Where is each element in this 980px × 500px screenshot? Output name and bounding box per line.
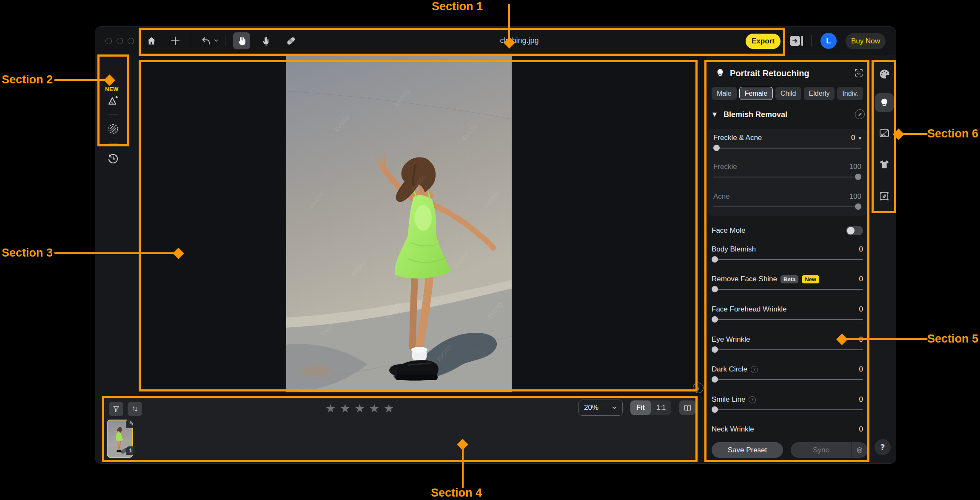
gender-tabs: Male Female Child Elderly Indiv. bbox=[712, 87, 863, 100]
slider-value: 0 bbox=[859, 365, 863, 374]
toolbar-divider bbox=[192, 35, 192, 46]
undo-icon bbox=[201, 36, 211, 46]
background-panel-button[interactable] bbox=[878, 127, 891, 140]
slider-knob[interactable] bbox=[712, 286, 718, 292]
star-icon[interactable]: ★ bbox=[384, 403, 394, 414]
buy-now-button[interactable]: Buy Now bbox=[846, 33, 886, 49]
add-photo-button[interactable] bbox=[167, 32, 184, 49]
slider-value: 0 bbox=[859, 275, 863, 283]
acne-slider[interactable] bbox=[713, 206, 861, 207]
tab-child[interactable]: Child bbox=[775, 87, 801, 100]
chevron-down-icon bbox=[214, 38, 219, 43]
rail-divider bbox=[108, 143, 118, 144]
info-icon[interactable]: i bbox=[693, 383, 704, 393]
sort-icon bbox=[131, 405, 139, 413]
tab-elderly[interactable]: Elderly bbox=[804, 87, 835, 100]
filter-button[interactable] bbox=[109, 402, 123, 416]
slider-knob[interactable] bbox=[713, 145, 720, 151]
window-control-zoom[interactable] bbox=[128, 38, 134, 44]
export-button[interactable]: Export bbox=[746, 34, 781, 49]
body-blemish-slider[interactable] bbox=[712, 259, 863, 260]
star-rating[interactable]: ★ ★ ★ ★ ★ bbox=[325, 400, 394, 417]
touch-tool-button[interactable] bbox=[258, 32, 275, 49]
window-control-minimize[interactable] bbox=[117, 38, 123, 44]
star-icon[interactable]: ★ bbox=[340, 403, 350, 414]
slider-label: Eye Wrinkle bbox=[712, 335, 750, 344]
value-dropdown-icon[interactable]: ▾ bbox=[858, 135, 861, 141]
slider-knob[interactable] bbox=[712, 256, 718, 263]
dark-circle-row: Dark Circle ? 0 bbox=[712, 364, 863, 380]
annotation-label-section-6: Section 6 bbox=[914, 127, 978, 140]
face-mole-toggle[interactable] bbox=[846, 226, 863, 235]
save-preset-button[interactable]: Save Preset bbox=[712, 442, 783, 458]
collapse-panel-button[interactable] bbox=[790, 36, 803, 46]
slider-label: Freckle & Acne bbox=[713, 134, 762, 142]
section-title[interactable]: Blemish Removal bbox=[724, 110, 787, 119]
help-glyph: ? bbox=[880, 443, 885, 452]
remove-face-shine-slider[interactable] bbox=[712, 289, 863, 290]
undo-dropdown-button[interactable] bbox=[214, 38, 219, 43]
right-panel-rail bbox=[872, 55, 896, 464]
slider-knob[interactable] bbox=[712, 346, 718, 353]
face-forehead-wrinkle-slider[interactable] bbox=[712, 319, 863, 320]
freckle-acne-slider[interactable] bbox=[713, 148, 861, 149]
face-scan-button[interactable] bbox=[854, 68, 864, 78]
heal-tool-button[interactable] bbox=[282, 32, 299, 49]
face-forehead-wrinkle-row: Face Forehead Wrinkle 0 bbox=[712, 304, 863, 320]
hand-tool-button[interactable] bbox=[233, 32, 250, 49]
clothing-panel-button[interactable] bbox=[878, 158, 891, 171]
sort-button[interactable] bbox=[128, 402, 142, 416]
edit-badge-icon: ✎ bbox=[126, 419, 137, 428]
slider-label: Remove Face Shine bbox=[712, 275, 777, 283]
tshirt-icon bbox=[878, 158, 890, 170]
star-icon[interactable]: ★ bbox=[369, 403, 379, 414]
zoom-mode-segment: Fit 1:1 bbox=[630, 400, 671, 415]
zoom-level-dropdown[interactable]: 20% bbox=[578, 400, 623, 416]
dark-circle-slider[interactable] bbox=[712, 379, 863, 380]
help-icon[interactable]: ? bbox=[751, 366, 758, 373]
slider-knob[interactable] bbox=[855, 203, 861, 210]
bottom-bar: ★ ★ ★ ★ ★ 20% Fit 1:1 bbox=[103, 396, 698, 463]
matting-tool-button[interactable] bbox=[106, 122, 120, 136]
fit-button[interactable]: Fit bbox=[630, 400, 651, 415]
star-icon[interactable]: ★ bbox=[325, 403, 336, 414]
sync-settings-button[interactable] bbox=[851, 442, 868, 458]
slider-knob[interactable] bbox=[712, 406, 718, 413]
panel-title: Portrait Retouching bbox=[730, 69, 809, 78]
edit-pen-button[interactable] bbox=[855, 109, 865, 119]
crop-resize-panel-button[interactable] bbox=[878, 190, 891, 203]
avatar[interactable]: L bbox=[820, 33, 837, 49]
slider-knob[interactable] bbox=[712, 376, 718, 383]
crop-resize-icon bbox=[878, 190, 890, 202]
window-control-close[interactable] bbox=[105, 38, 112, 44]
freckle-acne-card: Freckle & Acne 0 ▾ Freckle 100 Acne 100 bbox=[707, 129, 867, 216]
one-to-one-button[interactable]: 1:1 bbox=[651, 400, 671, 415]
smile-line-row: Smile Line ? 0 bbox=[712, 394, 863, 410]
slider-knob[interactable] bbox=[855, 174, 861, 180]
screenshot-stage: clothing.jpg Export L Buy Now NEW bbox=[0, 0, 980, 500]
history-tool-button[interactable] bbox=[106, 151, 120, 166]
enhance-tool-button[interactable] bbox=[106, 93, 120, 108]
photo-canvas[interactable]: EVOTO EVOTO EVOTO EVOTO EVOTO EVOTO EVOT… bbox=[139, 55, 706, 396]
freckle-slider[interactable] bbox=[713, 177, 861, 177]
compare-view-button[interactable] bbox=[679, 400, 695, 415]
tab-female[interactable]: Female bbox=[739, 87, 773, 100]
tab-male[interactable]: Male bbox=[712, 87, 737, 100]
annotation-label-section-2: Section 2 bbox=[2, 73, 53, 86]
annotation-label-section-5: Section 5 bbox=[914, 332, 978, 346]
collapse-caret-icon[interactable]: ▼ bbox=[712, 111, 717, 117]
tab-indiv[interactable]: Indiv. bbox=[837, 87, 863, 100]
help-icon[interactable]: ? bbox=[749, 396, 756, 403]
slider-value: 100 bbox=[849, 163, 861, 171]
slider-knob[interactable] bbox=[712, 316, 718, 323]
color-adjust-panel-button[interactable] bbox=[878, 68, 891, 80]
home-button[interactable] bbox=[143, 32, 160, 49]
help-button[interactable]: ? bbox=[875, 439, 891, 455]
photo-canvas-image: EVOTO EVOTO EVOTO EVOTO EVOTO EVOTO EVOT… bbox=[286, 55, 512, 392]
star-icon[interactable]: ★ bbox=[354, 403, 365, 414]
eye-wrinkle-slider[interactable] bbox=[712, 349, 863, 350]
undo-button[interactable] bbox=[197, 32, 214, 49]
smile-line-slider[interactable] bbox=[712, 409, 863, 410]
portrait-panel-button[interactable] bbox=[875, 93, 894, 112]
sync-button[interactable]: Sync bbox=[791, 442, 851, 458]
